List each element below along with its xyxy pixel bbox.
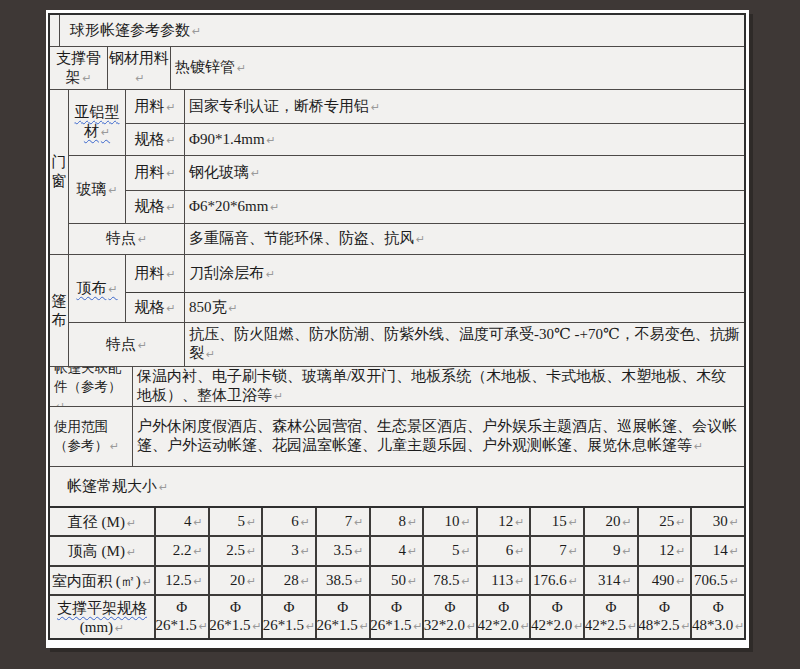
- size-value-cell: 28↵: [263, 567, 315, 594]
- size-value-cell: 78.5↵: [424, 567, 476, 594]
- size-value-cell: 706.5↵: [692, 567, 744, 594]
- top-cloth-material-value-cell: 刀刮涂层布↵: [185, 255, 744, 292]
- door-window-features-value-cell: 多重隔音、节能环保、防盗、抗风↵: [185, 224, 744, 254]
- size-value-cell: 113↵: [478, 567, 530, 594]
- paragraph-mark: ↵: [354, 575, 363, 588]
- size-value: 20↵: [606, 512, 632, 532]
- size-value-cell: Φ 26*1.5↵: [210, 596, 262, 638]
- top-cloth-material-key-cell: 用料↵: [126, 255, 184, 292]
- size-value-cell: 14↵: [692, 537, 744, 565]
- size-value: 2.2↵: [173, 541, 203, 561]
- value-text: 保温内衬、电子刷卡锁、玻璃单/双开门、地板系统（木地板、卡式地板、木塑地板、木纹…: [137, 367, 740, 406]
- glass-spec-key-cell: 规格↵: [126, 191, 184, 223]
- paragraph-mark: ↵: [166, 268, 175, 281]
- size-row-label: 支撑平架规格: [57, 600, 147, 616]
- top-cloth-label-cell: 顶布↵: [69, 255, 125, 322]
- paragraph-mark: ↵: [730, 516, 739, 529]
- paragraph-mark: ↵: [108, 283, 117, 296]
- sizes-title: 帐篷常规大小↵: [67, 477, 168, 497]
- table-title: 球形帐篷参考参数↵: [70, 21, 201, 41]
- paragraph-mark: ↵: [730, 575, 739, 588]
- size-value-cell: 20↵: [585, 508, 637, 535]
- aluminum-label-cell: 亚铝型材↵: [69, 90, 125, 155]
- size-value: 78.5↵: [433, 571, 470, 591]
- support-frame-material-value: 热镀锌管↵: [175, 58, 246, 78]
- paragraph-mark: ↵: [462, 516, 471, 529]
- size-value-cell: 490↵: [639, 567, 691, 594]
- paragraph-mark: ↵: [623, 516, 632, 529]
- size-value: 6↵: [506, 541, 525, 561]
- paragraph-mark: ↵: [127, 546, 136, 559]
- paragraph-mark: ↵: [135, 72, 144, 85]
- table-title-cell: 球形帐篷参考参数↵: [60, 15, 744, 46]
- size-value: 3↵: [291, 541, 310, 561]
- size-value: 4↵: [398, 541, 417, 561]
- size-value-cell: 2.5↵: [210, 537, 262, 565]
- glass-material-value-cell: 钢化玻璃↵: [185, 156, 744, 190]
- size-value: 50↵: [391, 571, 417, 591]
- size-value: Φ 32*2.0↵: [424, 598, 476, 636]
- size-value: Φ 48*2.5↵: [639, 598, 691, 636]
- paragraph-mark: ↵: [515, 545, 524, 558]
- size-value-cell: Φ 26*1.5↵: [317, 596, 369, 638]
- key-label: 规格↵: [134, 298, 175, 318]
- support-frame-label-cell: 支撑骨架↵: [50, 47, 107, 89]
- paragraph-mark: ↵: [413, 620, 422, 633]
- door-window-group-cell: 门窗: [50, 90, 68, 254]
- size-value: Φ 42*2.0↵: [531, 598, 583, 636]
- size-value: 20↵: [230, 571, 256, 591]
- size-value-cell: 8↵: [371, 508, 423, 535]
- aluminum-material-value-cell: 国家专利认证，断桥专用铝↵: [185, 90, 744, 123]
- paragraph-mark: ↵: [408, 545, 417, 558]
- paragraph-mark: ↵: [569, 575, 578, 588]
- size-value: 176.6↵: [533, 571, 578, 591]
- paragraph-mark: ↵: [267, 134, 276, 147]
- size-value-cell: 3↵: [263, 537, 315, 565]
- value-text: 国家专利认证，断桥专用铝↵: [189, 97, 380, 117]
- support-frame-material-key-cell: 钢材用料↵: [108, 47, 170, 89]
- paragraph-mark: ↵: [247, 545, 256, 558]
- paragraph-mark: ↵: [127, 517, 136, 530]
- paragraph-mark: ↵: [462, 545, 471, 558]
- aluminum-spec-key-cell: 规格↵: [126, 124, 184, 155]
- value-text: Φ90*1.4mm↵: [189, 130, 276, 150]
- paragraph-mark: ↵: [730, 545, 739, 558]
- paragraph-mark: ↵: [252, 620, 261, 633]
- size-value: 6↵: [291, 512, 310, 532]
- size-value: 5↵: [238, 512, 257, 532]
- paragraph-mark: ↵: [193, 516, 202, 529]
- key-label: 用料↵: [134, 264, 175, 284]
- paragraph-mark: ↵: [229, 302, 238, 315]
- size-value-cell: 50↵: [371, 567, 423, 594]
- size-value-cell: 20↵: [210, 567, 262, 594]
- size-value: 28↵: [284, 571, 310, 591]
- size-row-label-cell: 室内面积 (㎡)↵: [50, 567, 154, 594]
- paragraph-mark: ↵: [301, 516, 310, 529]
- paragraph-mark: ↵: [360, 620, 369, 633]
- paragraph-mark: ↵: [166, 201, 175, 214]
- paragraph-mark: ↵: [515, 516, 524, 529]
- size-value-cell: 3.5↵: [317, 537, 369, 565]
- size-value-cell: 7↵: [317, 508, 369, 535]
- size-value: Φ 42*2.5↵: [585, 598, 637, 636]
- paragraph-mark: ↵: [467, 620, 476, 633]
- paragraph-mark: ↵: [354, 516, 363, 529]
- top-cloth-label: 顶布↵: [76, 279, 117, 299]
- support-frame-label: 支撑骨架↵: [50, 49, 107, 88]
- paragraph-mark: ↵: [247, 575, 256, 588]
- value-text: 抗压、防火阻燃、防水防潮、防紫外线、温度可承受-30℃ -+70℃，不易变色、抗…: [189, 325, 740, 364]
- size-value-cell: 30↵: [692, 508, 744, 535]
- value-text: 刀刮涂层布↵: [189, 264, 275, 284]
- value-text: 850克↵: [189, 298, 238, 318]
- size-row-label-unit: (mm)↵: [80, 619, 125, 635]
- desktop-background: { "marks": { "pilcrow": "↵" }, "colors":…: [0, 0, 800, 669]
- spec-table-upper: 球形帐篷参考参数↵ 支撑骨架↵ 钢材用料↵ 热镀锌管↵ 门窗 亚铝型材↵ 用料↵…: [50, 15, 744, 506]
- sizes-table: 直径 (M)↵4↵5↵6↵7↵8↵10↵12↵15↵20↵25↵30↵顶高 (M…: [50, 506, 744, 638]
- size-value: 15↵: [552, 512, 578, 532]
- size-value: Φ 26*1.5↵: [263, 598, 315, 636]
- size-value: 12↵: [659, 541, 685, 561]
- key-label: 特点↵: [106, 229, 147, 249]
- size-value-cell: 10↵: [424, 508, 476, 535]
- size-value-cell: 12.5↵: [156, 567, 208, 594]
- paragraph-mark: ↵: [676, 575, 685, 588]
